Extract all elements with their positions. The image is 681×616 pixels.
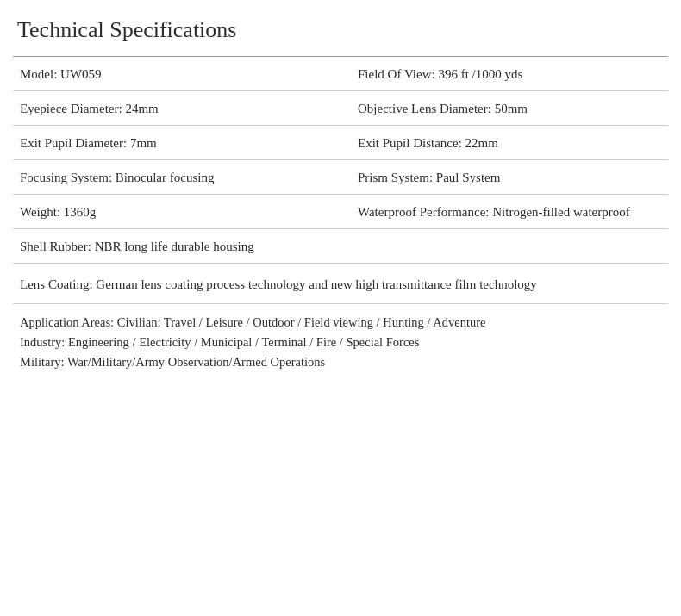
exit-pupil-dist-cell: Exit Pupil Distance: 22mm xyxy=(340,126,668,160)
model-cell: Model: UW059 xyxy=(13,57,340,91)
table-row: Model: UW059 Field Of View: 396 ft /1000… xyxy=(13,57,668,91)
weight-cell: Weight: 1360g xyxy=(13,195,340,229)
shell-cell: Shell Rubber: NBR long life durable hous… xyxy=(13,229,668,264)
table-row: Exit Pupil Diameter: 7mm Exit Pupil Dist… xyxy=(13,126,668,160)
table-row: Shell Rubber: NBR long life durable hous… xyxy=(13,229,668,264)
focusing-cell: Focusing System: Binocular focusing xyxy=(13,160,340,195)
fov-cell: Field Of View: 396 ft /1000 yds xyxy=(340,57,668,91)
prism-cell: Prism System: Paul System xyxy=(340,160,668,195)
waterproof-cell: Waterproof Performance: Nitrogen-filled … xyxy=(340,195,668,229)
objective-cell: Objective Lens Diameter: 50mm xyxy=(340,91,668,126)
main-container: Technical Specifications Model: UW059 Fi… xyxy=(0,0,681,395)
table-row: Weight: 1360g Waterproof Performance: Ni… xyxy=(13,195,668,229)
specs-table: Model: UW059 Field Of View: 396 ft /1000… xyxy=(13,57,668,382)
application-cell: Application Areas: Civilian: Travel / Le… xyxy=(13,304,668,382)
table-row: Eyepiece Diameter: 24mm Objective Lens D… xyxy=(13,91,668,126)
table-row: Focusing System: Binocular focusing Pris… xyxy=(13,160,668,195)
table-row: Lens Coating: German lens coating proces… xyxy=(13,264,668,304)
lens-coating-cell: Lens Coating: German lens coating proces… xyxy=(13,264,668,304)
exit-pupil-dia-cell: Exit Pupil Diameter: 7mm xyxy=(13,126,340,160)
application-line1: Application Areas: Civilian: Travel / Le… xyxy=(20,315,485,329)
application-line2: Industry: Engineering / Electricity / Mu… xyxy=(20,335,419,349)
page-title: Technical Specifications xyxy=(13,9,668,57)
table-row: Application Areas: Civilian: Travel / Le… xyxy=(13,304,668,382)
application-line3: Military: War/Military/Army Observation/… xyxy=(20,355,325,369)
eyepiece-cell: Eyepiece Diameter: 24mm xyxy=(13,91,340,126)
